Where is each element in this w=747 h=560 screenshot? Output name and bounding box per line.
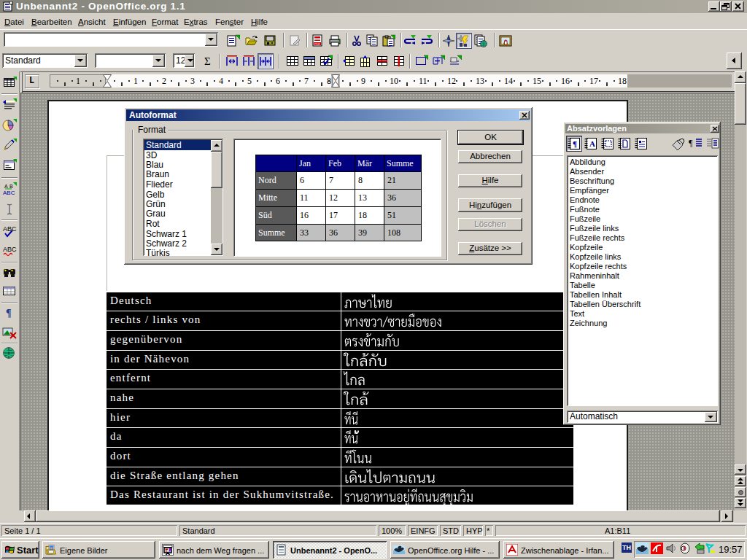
svg-text:ABC: ABC <box>3 225 17 233</box>
svg-text:PDF: PDF <box>314 42 321 46</box>
svg-text:B: B <box>9 184 13 189</box>
svg-text:¶: ¶ <box>6 308 12 319</box>
svg-text:A: A <box>4 184 8 189</box>
svg-text:¶: ¶ <box>689 138 693 148</box>
svg-text:Σ: Σ <box>204 55 211 67</box>
svg-text:ABC: ABC <box>3 190 15 196</box>
svg-text:¶: ¶ <box>573 139 577 148</box>
svg-text:A: A <box>589 139 595 148</box>
svg-text:ABC: ABC <box>3 246 17 253</box>
